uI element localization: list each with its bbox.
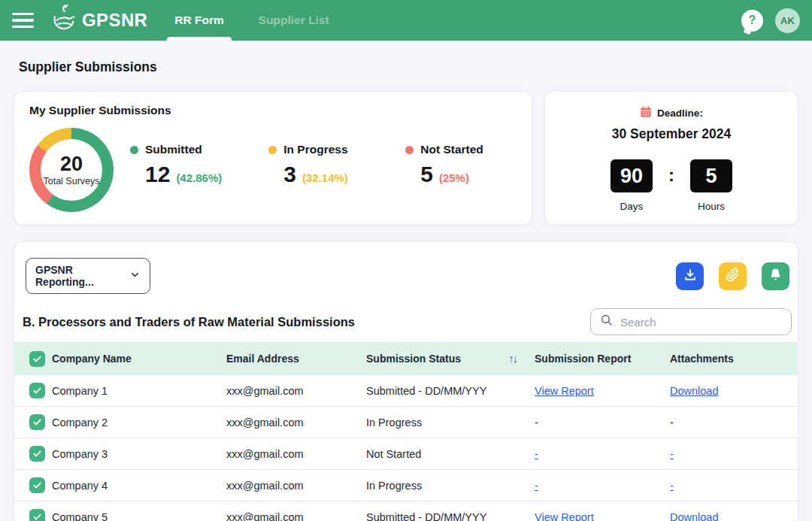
total-surveys-label: Total Surveys: [43, 176, 99, 186]
chevron-down-icon: [129, 269, 141, 283]
email-cell: xxx@gmail.com: [226, 416, 366, 429]
bell-icon: [768, 268, 783, 284]
sort-icon[interactable]: ↑↓: [509, 353, 517, 365]
countdown-separator: :: [668, 165, 674, 186]
email-cell: xxx@gmail.com: [226, 448, 366, 460]
deadline-label: Deadline:: [657, 108, 703, 119]
row-checkbox[interactable]: [29, 383, 45, 398]
dropdown-value: GPSNR Reporting...: [35, 264, 122, 288]
company-name-cell: Company 1: [52, 385, 226, 397]
donut-chart: 20 Total Surveys: [29, 128, 114, 212]
row-checkbox[interactable]: [29, 477, 45, 493]
tab-rr-form[interactable]: RR Form: [167, 0, 231, 41]
status-cell: In Progress: [366, 416, 535, 429]
company-name-cell: Company 4: [52, 480, 226, 492]
days-value: 90: [611, 159, 653, 192]
legend-dot: [268, 146, 277, 154]
summary-stats: Submitted 12 (42.86%) In Progress 3 (32.…: [130, 143, 495, 186]
table-row: Company 5 xxx@gmail.com Submitted - DD/M…: [14, 501, 798, 521]
report-cell[interactable]: View Report: [535, 385, 670, 397]
company-name-cell: Company 3: [52, 448, 226, 460]
email-cell: xxx@gmail.com: [226, 385, 366, 397]
calendar-icon: [640, 106, 652, 120]
column-email-address: Email Address: [226, 353, 366, 365]
attachment-cell[interactable]: -: [670, 480, 784, 492]
report-cell[interactable]: -: [535, 480, 670, 492]
search-input[interactable]: [620, 316, 782, 329]
legend-dot: [405, 146, 414, 154]
table-row: Company 3 xxx@gmail.com Not Started - -: [14, 438, 798, 470]
paperclip-icon: [726, 268, 740, 284]
supplier-submissions-summary-card: My Supplier Submissions 20 Total Surveys…: [14, 91, 532, 225]
search-box[interactable]: [590, 308, 792, 335]
donut-center: 20 Total Surveys: [41, 139, 102, 201]
total-surveys-value: 20: [60, 154, 83, 174]
avatar[interactable]: AK: [775, 8, 800, 33]
stat-label: Not Started: [420, 143, 483, 156]
status-cell: Submitted - DD/MM/YYY: [366, 385, 535, 397]
top-nav-bar: GPSNR RR Form Supplier List ? AK: [0, 0, 812, 41]
deadline-date: 30 September 2024: [545, 126, 798, 142]
stat-value: 3: [283, 163, 296, 186]
report-cell[interactable]: -: [535, 448, 670, 460]
countdown: 90 Days : 5 Hours: [545, 159, 798, 212]
attachment-cell: -: [670, 416, 784, 429]
hours-label: Hours: [698, 201, 725, 212]
stat-percent: (42.86%): [176, 171, 222, 184]
stat-percent: (25%): [439, 171, 469, 184]
tab-supplier-list[interactable]: Supplier List: [251, 0, 337, 41]
stat-percent: (32.14%): [302, 171, 348, 184]
email-cell: xxx@gmail.com: [226, 480, 366, 492]
countdown-hours: 5 Hours: [690, 159, 732, 212]
gpsnr-logo[interactable]: GPSNR: [49, 3, 147, 38]
report-cell: -: [535, 416, 670, 429]
row-checkbox[interactable]: [29, 509, 45, 521]
gpsnr-hand-icon: [49, 3, 80, 38]
row-checkbox[interactable]: [29, 414, 45, 430]
column-attachments: Attachments: [670, 353, 784, 365]
table-row: Company 4 xxx@gmail.com In Progress - -: [14, 470, 798, 501]
company-name-cell: Company 2: [52, 416, 226, 429]
stat-label: Submitted: [145, 143, 202, 156]
page-title: Supplier Submissions: [19, 59, 157, 75]
section-title: B. Processors and Traders of Raw Materia…: [23, 315, 355, 329]
table-row: Company 1 xxx@gmail.com Submitted - DD/M…: [14, 375, 798, 407]
hamburger-menu-icon[interactable]: [12, 13, 34, 29]
search-icon: [600, 314, 614, 330]
column-submission-status: Submission Status: [366, 353, 461, 365]
stat-label: In Progress: [283, 143, 347, 156]
reporting-period-dropdown[interactable]: GPSNR Reporting...: [26, 258, 150, 294]
stat-in-progress: In Progress 3 (32.14%): [268, 143, 359, 186]
help-icon[interactable]: ?: [741, 10, 763, 32]
submissions-table: Company Name Email Address Submission St…: [14, 342, 798, 521]
notification-button[interactable]: [762, 262, 789, 290]
stat-not-started: Not Started 5 (25%): [405, 143, 495, 186]
row-checkbox[interactable]: [29, 446, 45, 462]
status-cell: In Progress: [366, 480, 535, 492]
deadline-card: Deadline: 30 September 2024 90 Days : 5 …: [544, 91, 798, 225]
email-cell: xxx@gmail.com: [226, 511, 366, 521]
brand-name: GPSNR: [82, 10, 147, 31]
download-icon: [683, 268, 698, 285]
attachment-cell[interactable]: -: [670, 448, 784, 460]
days-label: Days: [620, 201, 644, 212]
status-cell: Submitted - DD/MM/YYY: [366, 511, 535, 521]
stat-value: 5: [420, 163, 433, 186]
column-submission-report: Submission Report: [535, 353, 670, 365]
countdown-days: 90 Days: [611, 159, 653, 212]
hours-value: 5: [690, 159, 732, 192]
column-company-name: Company Name: [52, 353, 226, 365]
download-button[interactable]: [676, 262, 704, 290]
legend-dot: [130, 146, 138, 154]
stat-submitted: Submitted 12 (42.86%): [130, 143, 222, 186]
attachment-cell[interactable]: Download: [670, 385, 784, 397]
nav-tabs: RR Form Supplier List: [167, 0, 356, 41]
table-header-row: Company Name Email Address Submission St…: [14, 342, 798, 375]
report-cell[interactable]: View Report: [535, 511, 670, 521]
summary-card-title: My Supplier Submissions: [29, 104, 517, 117]
submissions-table-card: GPSNR Reporting...: [14, 241, 798, 521]
table-row: Company 2 xxx@gmail.com In Progress - -: [14, 407, 798, 438]
attachment-button[interactable]: [719, 262, 747, 290]
select-all-checkbox[interactable]: [29, 351, 45, 367]
attachment-cell[interactable]: Download: [670, 511, 784, 521]
